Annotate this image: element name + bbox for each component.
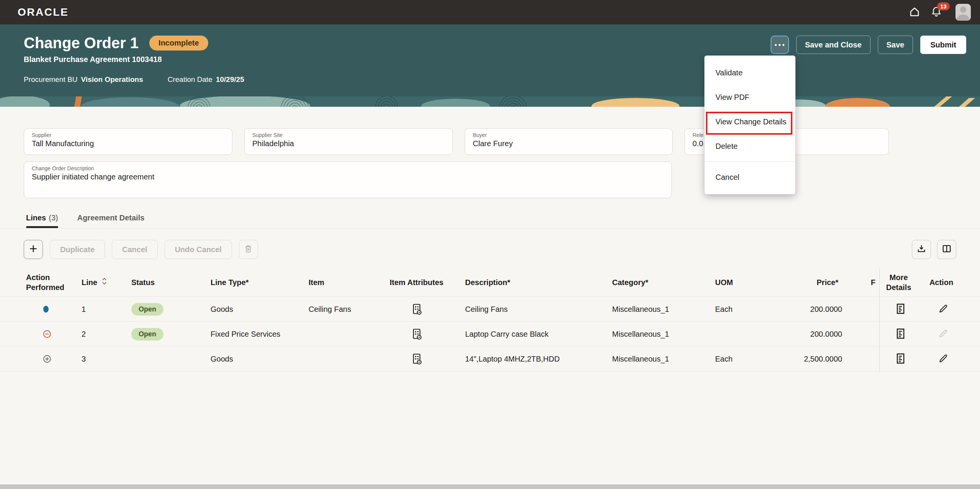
trash-icon	[243, 244, 253, 256]
status-open-badge: Open	[131, 328, 163, 341]
supplier-site-field[interactable]: Supplier Site Philadelphia	[244, 128, 453, 155]
tab-lines[interactable]: Lines(3)	[26, 214, 58, 228]
meta-label-creation-date: Creation Date	[168, 75, 212, 84]
edit-pencil-icon	[938, 353, 949, 365]
buyer-label: Buyer	[473, 132, 665, 138]
horizontal-scrollbar[interactable]	[0, 484, 980, 489]
page-title: Change Order 1	[24, 34, 139, 51]
more-actions-button[interactable]	[771, 36, 789, 54]
meta-value-creation-date: 10/29/25	[216, 75, 244, 84]
save-and-close-button[interactable]: Save and Close	[796, 36, 871, 54]
added-icon	[43, 355, 82, 363]
page-header: Change Order 1 Incomplete Blanket Purcha…	[0, 24, 980, 107]
col-action: Action	[922, 277, 965, 287]
more-details-button[interactable]	[896, 328, 905, 341]
description: 14",Laptop 4MHZ,2TB,HDD	[465, 355, 612, 363]
table-row: 2 Open Fixed Price Services Laptop Carry…	[0, 322, 980, 347]
col-uom: UOM	[715, 277, 766, 287]
export-button[interactable]	[912, 240, 931, 259]
item-attributes-icon[interactable]	[412, 328, 422, 340]
add-line-button[interactable]	[24, 240, 43, 259]
col-action-performed: Action Performed	[26, 272, 82, 292]
buyer-value: Clare Furey	[473, 139, 665, 148]
delete-line-button[interactable]	[239, 240, 258, 259]
col-status: Status	[131, 277, 211, 287]
menu-item-view-change-details[interactable]: View Change Details	[705, 109, 795, 134]
duplicate-button[interactable]: Duplicate	[50, 240, 105, 259]
buyer-field[interactable]: Buyer Clare Furey	[465, 128, 673, 155]
category: Miscellaneous_1	[612, 305, 715, 314]
more-details-button[interactable]	[896, 303, 905, 316]
tab-bar: Lines(3) Agreement Details	[26, 214, 980, 228]
global-header: ORACLE 13	[0, 0, 980, 24]
download-icon	[916, 244, 926, 256]
table-row: 3 Goods 14",Laptop 4MHZ,2TB,HDD Miscella…	[0, 347, 980, 372]
item-attributes-icon[interactable]	[412, 353, 422, 365]
col-price: Price*	[766, 277, 842, 287]
page-subtitle: Blanket Purchase Agreement 1003418	[24, 55, 980, 64]
supplier-site-label: Supplier Site	[252, 132, 445, 138]
notifications-button[interactable]: 13	[931, 6, 942, 19]
col-category: Category*	[612, 277, 715, 287]
price: 200.0000	[766, 305, 842, 314]
supplier-label: Supplier	[32, 132, 224, 138]
menu-item-delete[interactable]: Delete	[705, 134, 795, 158]
more-details-button[interactable]	[896, 353, 905, 365]
description: Laptop Carry case Black	[465, 330, 612, 339]
sticky-columns-divider	[879, 268, 880, 372]
supplier-field[interactable]: Supplier Tall Manufacturing	[24, 128, 232, 155]
line-number: 1	[82, 305, 131, 314]
sort-icon[interactable]	[101, 277, 108, 288]
category: Miscellaneous_1	[612, 330, 715, 339]
more-details-icon	[896, 353, 905, 365]
header-fields: Supplier Tall Manufacturing Supplier Sit…	[24, 128, 980, 155]
col-line-type: Line Type*	[211, 277, 309, 287]
edit-pencil-icon	[938, 328, 949, 340]
home-button[interactable]	[909, 6, 920, 19]
page: { "topbar": { "logo": "ORACLE", "notific…	[0, 0, 980, 489]
home-icon	[909, 6, 920, 19]
notification-count-badge: 13	[937, 2, 950, 10]
line-number: 3	[82, 355, 131, 363]
category: Miscellaneous_1	[612, 355, 715, 363]
edit-line-button[interactable]	[938, 303, 949, 315]
menu-item-view-pdf[interactable]: View PDF	[705, 85, 795, 109]
manage-columns-button[interactable]	[937, 240, 956, 259]
edit-line-button[interactable]	[938, 353, 949, 365]
cancel-line-button[interactable]: Cancel	[112, 240, 158, 259]
item-attributes-icon[interactable]	[412, 303, 422, 315]
oracle-logo: ORACLE	[18, 6, 69, 18]
avatar[interactable]	[956, 4, 971, 21]
menu-item-cancel[interactable]: Cancel	[705, 165, 795, 189]
undo-cancel-button[interactable]: Undo Cancel	[165, 240, 232, 259]
price: 2,500.0000	[766, 355, 842, 363]
save-button[interactable]: Save	[878, 36, 913, 54]
col-description: Description*	[465, 277, 612, 287]
canceled-icon	[43, 330, 82, 338]
more-details-icon	[896, 328, 905, 341]
lines-count: (3)	[49, 214, 58, 222]
meta-value-procurement-bu: Vision Operations	[81, 75, 143, 84]
actions-dropdown-menu: Validate View PDF View Change Details De…	[704, 55, 795, 194]
col-partial: F	[842, 277, 879, 287]
tab-agreement-details[interactable]: Agreement Details	[77, 214, 145, 228]
submit-button[interactable]: Submit	[920, 36, 966, 54]
edit-line-button-disabled[interactable]	[938, 328, 949, 340]
more-actions-icon	[775, 44, 784, 46]
price: 200.0000	[766, 330, 842, 339]
supplier-value: Tall Manufacturing	[32, 139, 224, 148]
line-type: Fixed Price Services	[211, 330, 309, 339]
more-details-icon	[896, 303, 905, 316]
tabs-divider	[0, 228, 980, 228]
table-row: 1 Open Goods Ceiling Fans Ceiling Fans M…	[0, 297, 980, 322]
edit-pencil-icon	[938, 303, 949, 315]
menu-divider	[705, 161, 795, 162]
change-order-description-field[interactable]: Change Order Description Supplier initia…	[24, 161, 672, 198]
uom: Each	[715, 355, 766, 363]
col-item-attributes: Item Attributes	[390, 277, 465, 287]
line-type: Goods	[211, 305, 309, 314]
lines-toolbar: Duplicate Cancel Undo Cancel	[24, 240, 956, 259]
description-label: Change Order Description	[32, 165, 664, 171]
menu-item-validate[interactable]: Validate	[705, 60, 795, 85]
columns-icon	[942, 244, 952, 256]
